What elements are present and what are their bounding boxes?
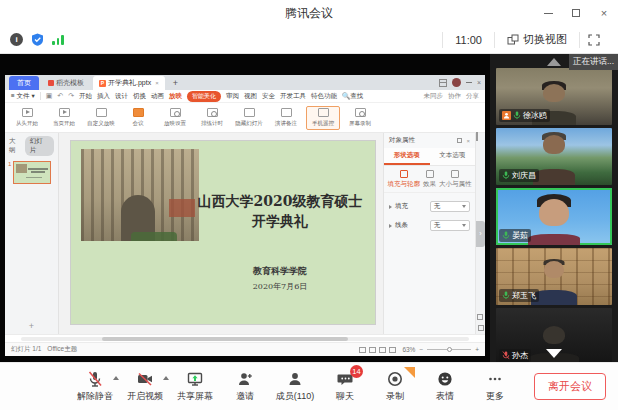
video-frame	[543, 84, 565, 102]
close-button[interactable]: ×	[590, 0, 618, 26]
nav-tool-icon[interactable]	[478, 325, 484, 331]
docer-icon	[48, 80, 54, 86]
start-video-button[interactable]: 开启视频	[120, 370, 170, 403]
tab-shape-options[interactable]: 形状选项	[384, 148, 430, 165]
emoji-button[interactable]: 表情	[420, 370, 470, 403]
undo-icon[interactable]: ↶	[57, 92, 63, 100]
ribbon-screen-record[interactable]: 屏幕录制	[343, 108, 377, 128]
wps-docer-tab[interactable]: 稻壳模板	[42, 76, 90, 90]
mic-options-caret[interactable]	[113, 376, 119, 380]
add-slide-button[interactable]: +	[5, 321, 58, 331]
expand-triangle-icon[interactable]	[389, 205, 392, 209]
collapse-panel-handle[interactable]: ›	[476, 221, 485, 247]
share-screen-button[interactable]: 共享屏幕	[170, 370, 220, 403]
network-signal-icon[interactable]	[52, 34, 64, 45]
zoom-in-button[interactable]: +	[475, 346, 479, 353]
menu-view[interactable]: 视图	[244, 92, 257, 101]
tab-text-options[interactable]: 文本选项	[430, 148, 476, 165]
pin-icon[interactable]	[457, 138, 462, 143]
minimize-button[interactable]	[534, 0, 562, 26]
switch-view-button[interactable]: 切换视图	[494, 32, 580, 48]
apps-grid-icon[interactable]	[439, 79, 447, 87]
chat-button[interactable]: 14 聊天	[320, 370, 370, 403]
maximize-button[interactable]	[562, 0, 590, 26]
wps-body: 大纲 幻灯片 1 + 山西大学2020级教育硕士	[5, 133, 485, 334]
outline-tab[interactable]: 大纲	[9, 137, 22, 155]
wps-close-icon[interactable]: ×	[477, 79, 481, 86]
sorter-view-icon[interactable]	[369, 347, 376, 353]
line-select[interactable]: 无	[430, 220, 470, 231]
unmute-button[interactable]: 解除静音	[70, 370, 120, 403]
expand-triangle-icon[interactable]	[389, 224, 392, 228]
participant-video-tile[interactable]: 徐冰鸥	[496, 68, 612, 125]
horizontal-scrollbar[interactable]	[5, 334, 485, 342]
close-panel-icon[interactable]: ×	[466, 138, 470, 144]
ribbon-play-current[interactable]: 当页开始	[47, 108, 81, 128]
record-button[interactable]: 录制	[370, 370, 420, 403]
security-shield-icon[interactable]	[31, 33, 44, 46]
ribbon-hide-slide[interactable]: 隐藏幻灯片	[232, 108, 266, 128]
slide-thumbnail-1[interactable]: 1	[8, 161, 56, 184]
normal-view-icon[interactable]	[359, 347, 366, 353]
wps-file-menu[interactable]: ≡ 文件 ▾	[11, 92, 35, 101]
menu-security[interactable]: 安全	[262, 92, 275, 101]
menu-review[interactable]: 审阅	[226, 92, 239, 101]
slides-tab[interactable]: 幻灯片	[25, 136, 54, 156]
window-titlebar: 腾讯会议 ×	[0, 0, 618, 26]
more-button[interactable]: 更多	[470, 370, 520, 403]
ribbon-rehearse[interactable]: 排练计时	[195, 108, 229, 128]
fill-select[interactable]: 无	[430, 201, 470, 212]
participant-video-tile-speaking[interactable]: 晏茹	[496, 188, 612, 245]
participant-video-tile[interactable]: 郑玉飞	[496, 248, 612, 305]
slideshow-view-icon[interactable]	[389, 347, 396, 353]
smart-beautify-pill-button[interactable]: 智能美化	[187, 91, 221, 102]
slide-thumbnail-preview	[13, 161, 51, 184]
subtab-effects[interactable]: 效果	[423, 170, 436, 189]
invite-button[interactable]: 邀请	[220, 370, 270, 403]
leave-meeting-button[interactable]: 离开会议	[534, 373, 606, 400]
comment-tool-icon[interactable]	[477, 314, 483, 320]
scroll-up-arrow[interactable]	[547, 58, 561, 66]
wps-home-tab[interactable]: 首页	[9, 76, 39, 90]
ribbon-custom-show[interactable]: 自定义放映	[84, 108, 118, 128]
menu-design[interactable]: 设计	[115, 92, 128, 101]
participant-video-tile[interactable]: 刘庆昌	[496, 128, 612, 185]
share-button[interactable]: 分享	[466, 92, 479, 101]
ribbon-meeting[interactable]: 会议	[121, 108, 155, 128]
meeting-info-icon[interactable]: i	[10, 33, 23, 46]
zoom-slider[interactable]	[427, 349, 471, 350]
new-tab-button[interactable]: +	[168, 78, 183, 90]
scrollbar-thumb[interactable]	[102, 337, 348, 341]
menu-transition[interactable]: 切换	[133, 92, 146, 101]
menu-slideshow[interactable]: 放映	[169, 92, 182, 101]
sync-status[interactable]: 未同步	[424, 92, 444, 101]
wps-minimize-icon[interactable]	[466, 82, 472, 83]
ribbon-play-from-start[interactable]: 从头开始	[10, 108, 44, 128]
members-button[interactable]: 成员(110)	[270, 370, 320, 403]
menu-insert[interactable]: 插入	[97, 92, 110, 101]
menu-start[interactable]: 开始	[79, 92, 92, 101]
save-icon[interactable]: ▣	[46, 92, 53, 100]
collab-button[interactable]: 协作	[448, 92, 461, 101]
panel-tool-icon[interactable]	[476, 132, 478, 141]
zoom-slider-knob[interactable]	[447, 347, 452, 352]
close-tab-icon[interactable]: ×	[155, 80, 159, 86]
find-command[interactable]: 🔍查找	[342, 92, 363, 101]
fullscreen-button[interactable]	[580, 34, 608, 46]
subtab-fill-outline[interactable]: 填充与轮廓	[388, 170, 421, 189]
video-options-caret[interactable]	[163, 376, 169, 380]
menu-features[interactable]: 特色功能	[311, 92, 337, 101]
zoom-out-button[interactable]: −	[419, 346, 423, 353]
reading-view-icon[interactable]	[379, 347, 386, 353]
slide[interactable]: 山西大学2020级教育硕士 开学典礼 教育科学学院 2020年7月6日	[71, 141, 375, 324]
subtab-size-props[interactable]: 大小与属性	[439, 170, 472, 189]
menu-devtools[interactable]: 开发工具	[280, 92, 306, 101]
scroll-down-arrow[interactable]	[546, 349, 562, 358]
redo-icon[interactable]: ↷	[68, 92, 74, 100]
menu-animation[interactable]: 动画	[151, 92, 164, 101]
ribbon-show-settings[interactable]: 放映设置	[158, 108, 192, 128]
ribbon-speaker-notes[interactable]: 演讲备注	[269, 108, 303, 128]
wps-user-avatar[interactable]	[452, 78, 461, 87]
wps-document-tab[interactable]: P开学典礼.pptx×	[93, 76, 165, 90]
ribbon-phone-remote[interactable]: 手机遥控	[306, 106, 340, 130]
